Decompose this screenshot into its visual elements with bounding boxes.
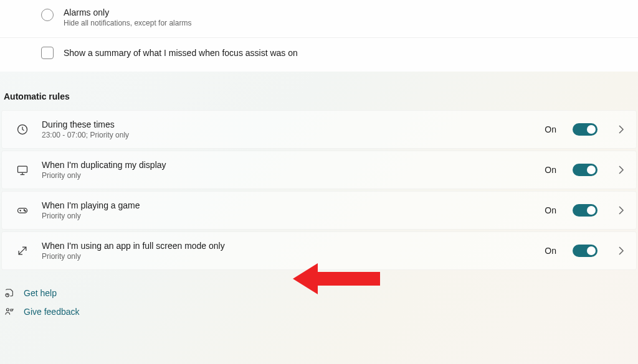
rule-state-label: On [545,124,556,134]
summary-checkbox[interactable]: Show a summary of what I missed when foc… [0,37,638,72]
rules-list: During these times 23:00 - 07:00; Priori… [0,110,638,270]
toggle-switch[interactable] [573,164,598,176]
rule-duplicating-display[interactable]: When I'm duplicating my display Priority… [1,151,637,189]
alarms-only-radio[interactable]: Alarms only Hide all notifications, exce… [0,0,638,37]
monitor-icon [16,163,29,177]
svg-rect-1 [18,166,27,172]
rule-description: Priority only [42,252,532,261]
toggle-switch[interactable] [573,245,598,257]
svg-point-6 [6,309,9,311]
gamepad-icon [16,203,29,217]
help-label: Get help [24,288,57,298]
rule-title: When I'm using an app in full screen mod… [42,241,532,251]
rule-fullscreen-app[interactable]: When I'm using an app in full screen mod… [1,231,637,270]
radio-button-icon[interactable] [41,9,54,21]
chevron-right-icon[interactable] [617,207,625,214]
chevron-right-icon[interactable] [617,126,625,133]
svg-point-4 [25,211,26,212]
toggle-switch[interactable] [573,123,598,136]
radio-title: Alarms only [64,7,191,17]
footer-links: Get help Give feedback [0,270,638,317]
section-header-automatic-rules: Automatic rules [0,72,638,110]
rule-title: During these times [42,119,532,129]
checkbox-icon[interactable] [41,47,54,59]
rule-state-label: On [545,246,556,256]
help-icon [4,287,15,299]
get-help-link[interactable]: Get help [4,287,638,299]
rule-state-label: On [545,205,556,215]
toggle-switch[interactable] [573,204,598,217]
chevron-right-icon[interactable] [617,166,625,174]
give-feedback-link[interactable]: Give feedback [4,306,638,317]
feedback-icon [4,306,15,317]
radio-description: Hide all notifications, except for alarm… [64,19,191,27]
chevron-right-icon[interactable] [617,247,625,254]
rule-during-these-times[interactable]: During these times 23:00 - 07:00; Priori… [1,110,637,149]
checkbox-label: Show a summary of what I missed when foc… [64,48,298,58]
clock-icon [16,123,29,136]
rule-title: When I'm duplicating my display [42,160,532,170]
rule-description: Priority only [42,171,532,180]
rule-description: 23:00 - 07:00; Priority only [42,131,532,139]
fullscreen-icon [16,244,29,258]
svg-point-3 [24,210,24,210]
feedback-label: Give feedback [24,307,80,317]
rule-playing-game[interactable]: When I'm playing a game Priority only On [1,191,637,230]
rule-description: Priority only [42,212,532,220]
rule-state-label: On [545,165,556,175]
rule-title: When I'm playing a game [42,200,532,210]
